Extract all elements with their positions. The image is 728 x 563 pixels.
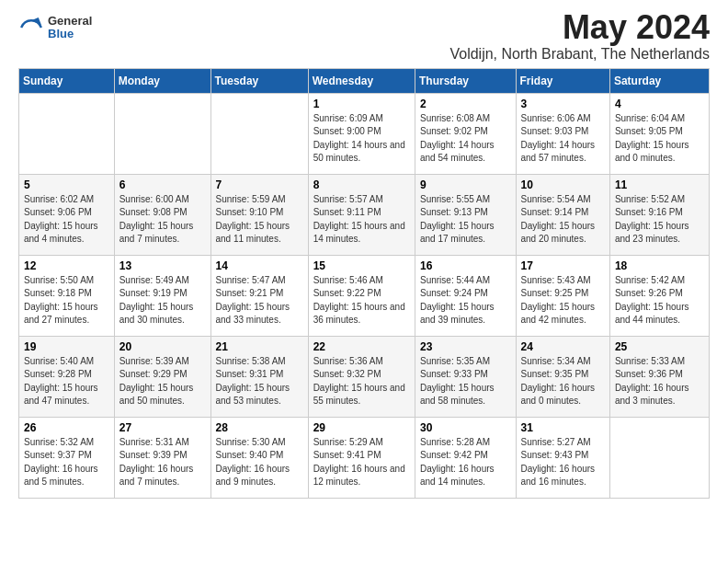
weekday-header-thursday: Thursday [415, 68, 516, 93]
weekday-header-tuesday: Tuesday [210, 68, 308, 93]
day-cell: 12Sunrise: 5:50 AMSunset: 9:18 PMDayligh… [19, 255, 115, 336]
day-info: Sunrise: 5:46 AMSunset: 9:22 PMDaylight:… [313, 274, 410, 327]
day-number: 16 [420, 259, 511, 272]
day-info: Sunrise: 6:08 AMSunset: 9:02 PMDaylight:… [420, 112, 511, 166]
day-cell: 14Sunrise: 5:47 AMSunset: 9:21 PMDayligh… [210, 255, 308, 336]
day-number: 26 [24, 421, 109, 434]
day-cell: 4Sunrise: 6:04 AMSunset: 9:05 PMDaylight… [609, 93, 709, 174]
day-cell: 31Sunrise: 5:27 AMSunset: 9:43 PMDayligh… [516, 417, 609, 498]
logo-text: General Blue [48, 15, 92, 41]
calendar-table: SundayMondayTuesdayWednesdayThursdayFrid… [18, 68, 710, 499]
weekday-header-row: SundayMondayTuesdayWednesdayThursdayFrid… [19, 68, 710, 93]
day-number: 29 [313, 421, 410, 434]
weekday-header-saturday: Saturday [609, 68, 709, 93]
day-info: Sunrise: 6:00 AMSunset: 9:08 PMDaylight:… [119, 193, 206, 247]
day-number: 15 [313, 259, 410, 272]
day-info: Sunrise: 6:09 AMSunset: 9:00 PMDaylight:… [313, 112, 410, 166]
day-number: 5 [24, 178, 109, 191]
day-info: Sunrise: 6:02 AMSunset: 9:06 PMDaylight:… [24, 193, 109, 247]
day-info: Sunrise: 5:54 AMSunset: 9:14 PMDaylight:… [521, 193, 605, 247]
day-cell: 1Sunrise: 6:09 AMSunset: 9:00 PMDaylight… [308, 93, 415, 174]
day-info: Sunrise: 5:49 AMSunset: 9:19 PMDaylight:… [119, 274, 206, 327]
day-cell: 9Sunrise: 5:55 AMSunset: 9:13 PMDaylight… [415, 174, 516, 255]
weekday-header-sunday: Sunday [19, 68, 115, 93]
logo-blue: Blue [48, 28, 92, 40]
day-cell: 3Sunrise: 6:06 AMSunset: 9:03 PMDaylight… [516, 93, 609, 174]
week-row-3: 12Sunrise: 5:50 AMSunset: 9:18 PMDayligh… [19, 255, 710, 336]
day-cell: 16Sunrise: 5:44 AMSunset: 9:24 PMDayligh… [415, 255, 516, 336]
day-info: Sunrise: 5:39 AMSunset: 9:29 PMDaylight:… [119, 355, 206, 408]
day-cell: 27Sunrise: 5:31 AMSunset: 9:39 PMDayligh… [114, 417, 210, 498]
day-number: 24 [521, 340, 605, 353]
logo: General Blue [18, 15, 92, 41]
day-number: 30 [420, 421, 511, 434]
day-info: Sunrise: 6:06 AMSunset: 9:03 PMDaylight:… [521, 112, 605, 166]
day-cell: 30Sunrise: 5:28 AMSunset: 9:42 PMDayligh… [415, 417, 516, 498]
day-info: Sunrise: 5:34 AMSunset: 9:35 PMDaylight:… [521, 355, 605, 408]
day-info: Sunrise: 5:29 AMSunset: 9:41 PMDaylight:… [313, 436, 410, 489]
day-cell: 7Sunrise: 5:59 AMSunset: 9:10 PMDaylight… [210, 174, 308, 255]
day-info: Sunrise: 5:52 AMSunset: 9:16 PMDaylight:… [615, 193, 704, 247]
day-info: Sunrise: 5:36 AMSunset: 9:32 PMDaylight:… [313, 355, 410, 408]
day-info: Sunrise: 5:33 AMSunset: 9:36 PMDaylight:… [615, 355, 704, 408]
day-number: 13 [119, 259, 206, 272]
day-number: 17 [521, 259, 605, 272]
weekday-header-monday: Monday [114, 68, 210, 93]
day-cell: 19Sunrise: 5:40 AMSunset: 9:28 PMDayligh… [19, 336, 115, 417]
day-number: 12 [24, 259, 109, 272]
day-number: 28 [216, 421, 303, 434]
day-info: Sunrise: 5:44 AMSunset: 9:24 PMDaylight:… [420, 274, 511, 327]
day-info: Sunrise: 5:40 AMSunset: 9:28 PMDaylight:… [24, 355, 109, 408]
day-info: Sunrise: 5:30 AMSunset: 9:40 PMDaylight:… [216, 436, 303, 489]
day-number: 2 [420, 98, 511, 110]
day-number: 4 [615, 98, 704, 110]
day-info: Sunrise: 5:57 AMSunset: 9:11 PMDaylight:… [313, 193, 410, 247]
day-cell: 6Sunrise: 6:00 AMSunset: 9:08 PMDaylight… [114, 174, 210, 255]
logo-icon [18, 15, 44, 40]
day-info: Sunrise: 5:32 AMSunset: 9:37 PMDaylight:… [24, 436, 109, 489]
day-number: 11 [615, 178, 704, 191]
day-cell: 18Sunrise: 5:42 AMSunset: 9:26 PMDayligh… [609, 255, 709, 336]
day-cell [19, 93, 115, 174]
day-cell: 20Sunrise: 5:39 AMSunset: 9:29 PMDayligh… [114, 336, 210, 417]
day-info: Sunrise: 5:35 AMSunset: 9:33 PMDaylight:… [420, 355, 511, 408]
day-cell: 17Sunrise: 5:43 AMSunset: 9:25 PMDayligh… [516, 255, 609, 336]
day-cell: 25Sunrise: 5:33 AMSunset: 9:36 PMDayligh… [609, 336, 709, 417]
day-info: Sunrise: 5:47 AMSunset: 9:21 PMDaylight:… [216, 274, 303, 327]
day-number: 9 [420, 178, 511, 191]
day-cell: 13Sunrise: 5:49 AMSunset: 9:19 PMDayligh… [114, 255, 210, 336]
day-cell: 10Sunrise: 5:54 AMSunset: 9:14 PMDayligh… [516, 174, 609, 255]
month-title: May 2024 [449, 9, 710, 46]
day-number: 1 [313, 98, 410, 110]
day-info: Sunrise: 5:38 AMSunset: 9:31 PMDaylight:… [216, 355, 303, 408]
day-info: Sunrise: 5:31 AMSunset: 9:39 PMDaylight:… [119, 436, 206, 489]
day-cell: 24Sunrise: 5:34 AMSunset: 9:35 PMDayligh… [516, 336, 609, 417]
day-cell: 26Sunrise: 5:32 AMSunset: 9:37 PMDayligh… [19, 417, 115, 498]
day-cell: 2Sunrise: 6:08 AMSunset: 9:02 PMDaylight… [415, 93, 516, 174]
day-number: 21 [216, 340, 303, 353]
day-cell: 23Sunrise: 5:35 AMSunset: 9:33 PMDayligh… [415, 336, 516, 417]
day-number: 14 [216, 259, 303, 272]
day-cell: 15Sunrise: 5:46 AMSunset: 9:22 PMDayligh… [308, 255, 415, 336]
day-info: Sunrise: 5:43 AMSunset: 9:25 PMDaylight:… [521, 274, 605, 327]
day-cell: 5Sunrise: 6:02 AMSunset: 9:06 PMDaylight… [19, 174, 115, 255]
day-number: 7 [216, 178, 303, 191]
day-number: 23 [420, 340, 511, 353]
week-row-4: 19Sunrise: 5:40 AMSunset: 9:28 PMDayligh… [19, 336, 710, 417]
week-row-5: 26Sunrise: 5:32 AMSunset: 9:37 PMDayligh… [19, 417, 710, 498]
day-number: 6 [119, 178, 206, 191]
day-info: Sunrise: 5:59 AMSunset: 9:10 PMDaylight:… [216, 193, 303, 247]
day-info: Sunrise: 5:28 AMSunset: 9:42 PMDaylight:… [420, 436, 511, 489]
day-cell: 8Sunrise: 5:57 AMSunset: 9:11 PMDaylight… [308, 174, 415, 255]
logo-general: General [48, 15, 92, 28]
day-cell [114, 93, 210, 174]
day-cell: 28Sunrise: 5:30 AMSunset: 9:40 PMDayligh… [210, 417, 308, 498]
day-cell: 21Sunrise: 5:38 AMSunset: 9:31 PMDayligh… [210, 336, 308, 417]
day-number: 19 [24, 340, 109, 353]
day-info: Sunrise: 5:42 AMSunset: 9:26 PMDaylight:… [615, 274, 704, 327]
day-cell [609, 417, 709, 498]
day-number: 20 [119, 340, 206, 353]
weekday-header-wednesday: Wednesday [308, 68, 415, 93]
title-area: May 2024 Voldijn, North Brabant, The Net… [449, 9, 710, 63]
day-info: Sunrise: 5:50 AMSunset: 9:18 PMDaylight:… [24, 274, 109, 327]
